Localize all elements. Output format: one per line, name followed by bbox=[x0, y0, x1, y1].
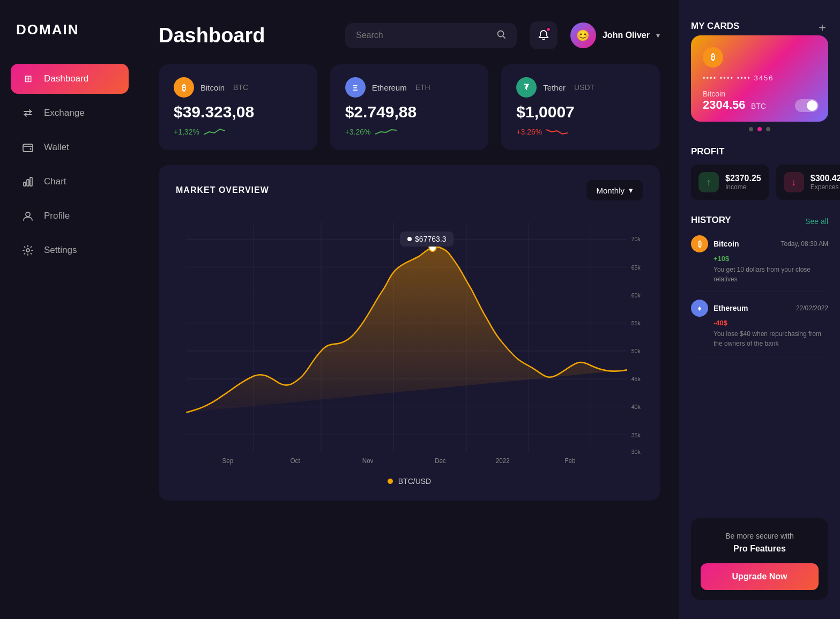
history-change-neg: -40$ bbox=[713, 319, 828, 327]
exchange-icon bbox=[21, 107, 34, 120]
crypto-name: Ethereum bbox=[372, 83, 407, 92]
card-visual: ₿ •••• •••• •••• 3456 Bitcoin 2304.56 BT… bbox=[691, 35, 828, 122]
sidebar-item-exchange[interactable]: Exchange bbox=[11, 98, 129, 128]
history-desc: You get 10 dollars from your close relat… bbox=[713, 265, 828, 284]
profit-row: ↑ $2370.25 Income ↓ $300.42 Expences bbox=[691, 165, 828, 200]
card-btc-ticker: BTC bbox=[751, 102, 766, 110]
tooltip-value: $67763.3 bbox=[415, 235, 446, 243]
history-date: 22/02/2022 bbox=[796, 304, 828, 312]
search-input[interactable] bbox=[356, 31, 490, 40]
expense-label: Expences bbox=[811, 183, 840, 191]
search-icon bbox=[496, 29, 506, 42]
chart-legend: BTC/USD bbox=[176, 477, 643, 486]
svg-text:55k: 55k bbox=[631, 320, 641, 326]
history-desc: You lose $40 when repurchasing from the … bbox=[713, 329, 828, 348]
svg-rect-0 bbox=[23, 144, 33, 152]
crypto-price: $1,0007 bbox=[516, 103, 645, 121]
svg-text:30k: 30k bbox=[631, 449, 641, 455]
svg-text:65k: 65k bbox=[631, 264, 641, 270]
tooltip-dot bbox=[407, 237, 412, 241]
chart-container: $67763.3 bbox=[176, 211, 643, 468]
svg-text:Oct: Oct bbox=[291, 457, 301, 465]
chart-tooltip: $67763.3 bbox=[400, 232, 454, 247]
svg-text:45k: 45k bbox=[631, 376, 641, 382]
crypto-ticker: ETH bbox=[415, 83, 430, 92]
sidebar-item-dashboard[interactable]: ⊞ Dashboard bbox=[11, 64, 129, 94]
market-title: MARKET OVERVIEW bbox=[176, 185, 269, 195]
legend-label: BTC/USD bbox=[398, 477, 431, 486]
expense-amount: $300.42 bbox=[811, 174, 840, 183]
wallet-icon bbox=[21, 141, 34, 154]
history-item-btc[interactable]: ₿ Bitcoin Today, 08:30 AM +10$ You get 1… bbox=[691, 228, 828, 292]
income-label: Income bbox=[725, 183, 761, 191]
crypto-change: +1,32% bbox=[174, 126, 302, 137]
notification-button[interactable] bbox=[530, 21, 557, 49]
svg-rect-3 bbox=[27, 180, 29, 186]
crypto-name: Bitcoin bbox=[200, 83, 225, 92]
profit-section: PROFIT ↑ $2370.25 Income ↓ $300.42 Expen… bbox=[691, 146, 828, 200]
eth-logo: Ξ bbox=[345, 77, 366, 98]
legend-dot bbox=[388, 479, 393, 484]
upgrade-button[interactable]: Upgrade Now bbox=[701, 563, 819, 590]
crypto-ticker: USDT bbox=[574, 83, 594, 92]
period-button[interactable]: Monthly ▾ bbox=[586, 180, 643, 200]
crypto-change: +3.26% bbox=[345, 126, 474, 137]
crypto-card-eth[interactable]: Ξ Ethereum ETH $2.749,88 +3.26% bbox=[330, 64, 489, 150]
page-title: Dashboard bbox=[159, 24, 265, 47]
svg-text:70k: 70k bbox=[631, 236, 641, 242]
card-indicator-1 bbox=[749, 127, 753, 131]
crypto-cards: ₿ Bitcoin BTC $39.323,08 +1,32% Ξ Ethere… bbox=[159, 64, 660, 150]
svg-text:Sep: Sep bbox=[222, 457, 233, 465]
sidebar-item-wallet[interactable]: Wallet bbox=[11, 132, 129, 162]
search-bar[interactable] bbox=[345, 23, 517, 48]
sidebar-item-chart[interactable]: Chart bbox=[11, 167, 129, 197]
crypto-card-header: ₮ Tether USDT bbox=[516, 77, 645, 98]
sidebar-item-settings[interactable]: Settings bbox=[11, 235, 129, 265]
settings-icon bbox=[21, 244, 34, 257]
dashboard-icon: ⊞ bbox=[21, 72, 34, 85]
history-btc-icon: ₿ bbox=[691, 235, 708, 252]
upgrade-text-regular: Be more secure with bbox=[725, 532, 794, 540]
change-value: +1,32% bbox=[174, 128, 199, 136]
chevron-down-icon: ▾ bbox=[656, 31, 660, 40]
see-all-button[interactable]: See all bbox=[805, 217, 828, 226]
history-coin-name: Bitcoin bbox=[713, 240, 739, 248]
history-date: Today, 08:30 AM bbox=[781, 240, 829, 248]
history-section: HISTORY See all ₿ Bitcoin Today, 08:30 A… bbox=[691, 215, 828, 356]
profit-income: ↑ $2370.25 Income bbox=[691, 165, 769, 200]
sidebar-item-profile[interactable]: Profile bbox=[11, 201, 129, 231]
change-value: +3.26% bbox=[516, 128, 542, 136]
crypto-price: $39.323,08 bbox=[174, 103, 302, 121]
expense-icon: ↓ bbox=[784, 172, 804, 192]
svg-point-5 bbox=[26, 212, 30, 217]
period-label: Monthly bbox=[596, 186, 625, 195]
app-logo: DOMAIN bbox=[11, 21, 129, 38]
chevron-down-icon: ▾ bbox=[629, 185, 633, 195]
svg-text:40k: 40k bbox=[631, 404, 641, 410]
crypto-name: Tether bbox=[543, 83, 566, 92]
crypto-card-header: Ξ Ethereum ETH bbox=[345, 77, 474, 98]
card-currency-name: Bitcoin bbox=[703, 90, 766, 98]
income-amount: $2370.25 bbox=[725, 174, 761, 183]
card-number: •••• •••• •••• 3456 bbox=[703, 74, 816, 82]
sidebar-item-label: Settings bbox=[44, 245, 77, 256]
header: Dashboard 😊 John Ol bbox=[159, 21, 660, 49]
usdt-logo: ₮ bbox=[516, 77, 537, 98]
svg-text:Feb: Feb bbox=[565, 457, 576, 465]
card-indicator-2 bbox=[757, 127, 762, 131]
btc-logo: ₿ bbox=[174, 77, 194, 98]
sidebar: DOMAIN ⊞ Dashboard Exchange Wallet bbox=[0, 0, 139, 619]
income-icon: ↑ bbox=[698, 172, 719, 192]
svg-point-1 bbox=[30, 148, 32, 150]
user-info[interactable]: 😊 John Oliver ▾ bbox=[570, 23, 660, 48]
history-coin-info: ₿ Bitcoin bbox=[691, 235, 739, 252]
add-card-button[interactable]: ＋ bbox=[816, 19, 828, 35]
profit-title: PROFIT bbox=[691, 146, 724, 156]
card-toggle[interactable] bbox=[795, 99, 819, 112]
sidebar-item-label: Wallet bbox=[44, 142, 69, 153]
crypto-card-btc[interactable]: ₿ Bitcoin BTC $39.323,08 +1,32% bbox=[159, 64, 317, 150]
history-item-eth[interactable]: ♦ Ethereum 22/02/2022 -40$ You lose $40 … bbox=[691, 292, 828, 356]
card-amount: 2304.56 bbox=[703, 98, 746, 111]
main-content: Dashboard 😊 John Ol bbox=[139, 0, 679, 619]
crypto-card-usdt[interactable]: ₮ Tether USDT $1,0007 +3.26% bbox=[501, 64, 660, 150]
